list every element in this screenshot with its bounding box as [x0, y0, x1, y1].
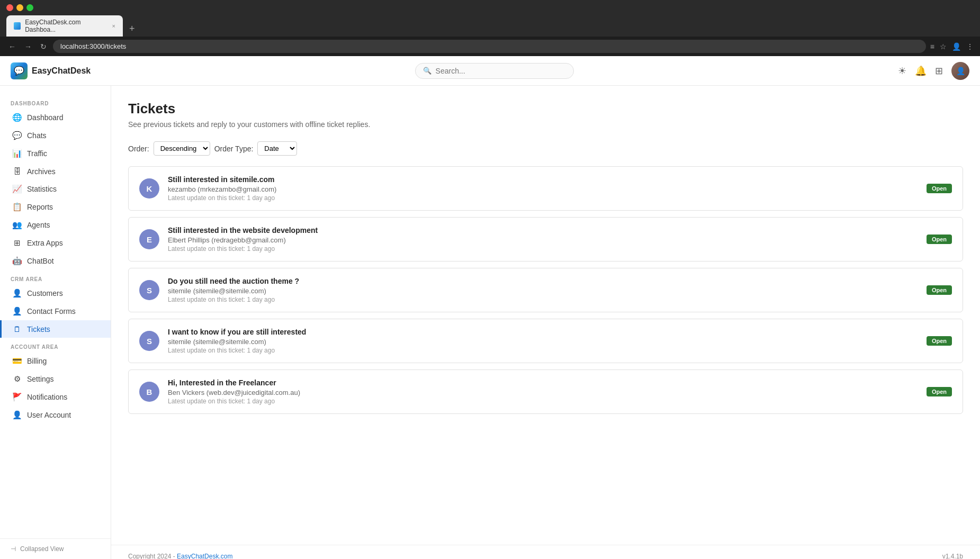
forward-button[interactable]: →	[22, 41, 34, 52]
avatar[interactable]: 👤	[951, 62, 969, 80]
sidebar-item-label: Extra Apps	[27, 239, 63, 247]
logo-icon: 💬	[11, 62, 28, 79]
content-footer: Copyright 2024 - EasyChatDesk.com v1.4.1…	[111, 545, 980, 559]
ticket-title: Hi, Interested in the Freelancer	[168, 378, 918, 387]
version-text: v1.4.1b	[942, 553, 963, 559]
ticket-avatar: E	[139, 229, 159, 249]
ticket-info: Do you still need the auction theme ? si…	[168, 277, 918, 303]
collapsed-view-button[interactable]: ⊣ Collapsed View	[0, 538, 111, 559]
archives-icon: 🗄	[12, 167, 22, 176]
sidebar-item-label: Contact Forms	[27, 307, 76, 315]
footer-link[interactable]: EasyChatDesk.com	[177, 553, 232, 559]
status-badge: Open	[927, 235, 952, 244]
ticket-info: Hi, Interested in the Freelancer Ben Vic…	[168, 378, 918, 405]
ticket-email: Ben Vickers (web.dev@juicedigital.com.au…	[168, 389, 918, 396]
address-bar[interactable]	[53, 40, 926, 53]
sidebar-section-account: ACCOUNT AREA	[0, 338, 111, 352]
sidebar-item-label: Settings	[27, 375, 54, 383]
user-account-icon: 👤	[12, 410, 22, 420]
sidebar-section-dashboard: DASHBOARD	[0, 94, 111, 109]
traffic-light-green[interactable]	[26, 4, 33, 11]
traffic-light-yellow[interactable]	[16, 4, 23, 11]
apps-grid-icon[interactable]: ⊞	[935, 65, 943, 77]
ticket-date: Latest update on this ticket: 1 day ago	[168, 194, 918, 202]
sun-icon[interactable]: ☀	[898, 65, 906, 77]
sidebar-item-label: Notifications	[27, 393, 67, 401]
sidebar-item-traffic[interactable]: 📊 Traffic	[0, 145, 111, 163]
collapse-arrow-icon: ⊣	[11, 545, 16, 553]
order-label: Order:	[128, 145, 149, 153]
sidebar-item-chatbot[interactable]: 🤖 ChatBot	[0, 252, 111, 270]
ticket-info: Still interested in the website developm…	[168, 226, 918, 253]
sidebar-item-agents[interactable]: 👥 Agents	[0, 216, 111, 234]
agents-icon: 👥	[12, 220, 22, 230]
new-tab-button[interactable]: +	[125, 21, 139, 37]
chats-icon: 💬	[12, 131, 22, 140]
page-subtitle: See previous tickets and reply to your c…	[128, 120, 963, 129]
ticket-date: Latest update on this ticket: 1 day ago	[168, 296, 918, 303]
sidebar-item-notifications[interactable]: 🚩 Notifications	[0, 388, 111, 406]
menu-icon[interactable]: ⋮	[966, 42, 974, 51]
sidebar-section-crm: CRM AREA	[0, 270, 111, 284]
content-area: Tickets See previous tickets and reply t…	[111, 86, 980, 545]
ticket-info: I want to know if you are still interest…	[168, 328, 918, 354]
ticket-card[interactable]: B Hi, Interested in the Freelancer Ben V…	[128, 369, 963, 414]
sidebar-item-label: Traffic	[27, 149, 47, 158]
notification-bell-icon[interactable]: 🔔	[915, 65, 927, 77]
page-title: Tickets	[128, 101, 963, 117]
ticket-card[interactable]: K Still interested in sitemile.com kezam…	[128, 166, 963, 211]
ticket-title: Do you still need the auction theme ?	[168, 277, 918, 285]
reload-button[interactable]: ↻	[38, 41, 49, 52]
sidebar-item-reports[interactable]: 📋 Reports	[0, 198, 111, 216]
ticket-date: Latest update on this ticket: 1 day ago	[168, 245, 918, 253]
header-search-area: 🔍	[91, 63, 898, 79]
sidebar-item-dashboard[interactable]: 🌐 Dashboard	[0, 109, 111, 127]
ticket-card[interactable]: S I want to know if you are still intere…	[128, 319, 963, 363]
sidebar-item-settings[interactable]: ⚙ Settings	[0, 370, 111, 388]
tab-close-button[interactable]: ×	[112, 23, 115, 29]
sidebar-item-statistics[interactable]: 📈 Statistics	[0, 180, 111, 198]
ticket-card[interactable]: S Do you still need the auction theme ? …	[128, 268, 963, 312]
sidebar-item-customers[interactable]: 👤 Customers	[0, 284, 111, 302]
contact-forms-icon: 👤	[12, 306, 22, 316]
ticket-email: sitemile (sitemile@sitemile.com)	[168, 287, 918, 295]
ticket-email: Elbert Phillips (redragebb@gmail.com)	[168, 236, 918, 244]
sidebar-item-billing[interactable]: 💳 Billing	[0, 352, 111, 370]
order-type-select[interactable]: Date Name Status	[257, 141, 297, 156]
sidebar-item-label: Archives	[27, 167, 56, 176]
sidebar-item-label: Billing	[27, 357, 47, 365]
ticket-date: Latest update on this ticket: 1 day ago	[168, 347, 918, 354]
back-button[interactable]: ←	[6, 41, 18, 52]
sidebar-item-user-account[interactable]: 👤 User Account	[0, 406, 111, 424]
sidebar-item-label: Agents	[27, 221, 50, 229]
profile-icon[interactable]: 👤	[952, 42, 961, 51]
sidebar-item-chats[interactable]: 💬 Chats	[0, 127, 111, 145]
sidebar-item-label: Tickets	[27, 325, 50, 333]
search-box[interactable]: 🔍	[415, 63, 574, 79]
sidebar-item-contact-forms[interactable]: 👤 Contact Forms	[0, 302, 111, 320]
sidebar-item-tickets[interactable]: 🗒 Tickets	[0, 320, 111, 338]
ticket-email: kezambo (mrkezambo@gmail.com)	[168, 185, 918, 193]
browser-tab[interactable]: EasyChatDesk.com Dashboa... ×	[6, 15, 123, 37]
order-type-label: Order Type:	[214, 145, 254, 153]
ticket-info: Still interested in sitemile.com kezambo…	[168, 175, 918, 202]
main-layout: DASHBOARD 🌐 Dashboard 💬 Chats 📊 Traffic …	[0, 86, 980, 559]
status-badge: Open	[927, 184, 952, 193]
ticket-avatar: K	[139, 178, 159, 199]
sidebar-item-archives[interactable]: 🗄 Archives	[0, 163, 111, 180]
sidebar-item-label: User Account	[27, 411, 71, 419]
ticket-card[interactable]: E Still interested in the website develo…	[128, 217, 963, 262]
order-select[interactable]: Descending Ascending	[154, 141, 210, 156]
sidebar-item-extra-apps[interactable]: ⊞ Extra Apps	[0, 234, 111, 252]
traffic-light-red[interactable]	[6, 4, 13, 11]
bookmark-icon[interactable]: ☆	[940, 42, 947, 51]
ticket-title: I want to know if you are still interest…	[168, 328, 918, 336]
sidebar-item-label: Reports	[27, 203, 53, 211]
status-badge: Open	[927, 387, 952, 396]
status-badge: Open	[927, 336, 952, 346]
settings-icon: ⚙	[12, 374, 22, 384]
logo-text: EasyChatDesk	[32, 66, 91, 76]
ticket-email: sitemile (sitemile@sitemile.com)	[168, 338, 918, 346]
search-input[interactable]	[436, 67, 566, 75]
ticket-avatar: S	[139, 331, 159, 351]
